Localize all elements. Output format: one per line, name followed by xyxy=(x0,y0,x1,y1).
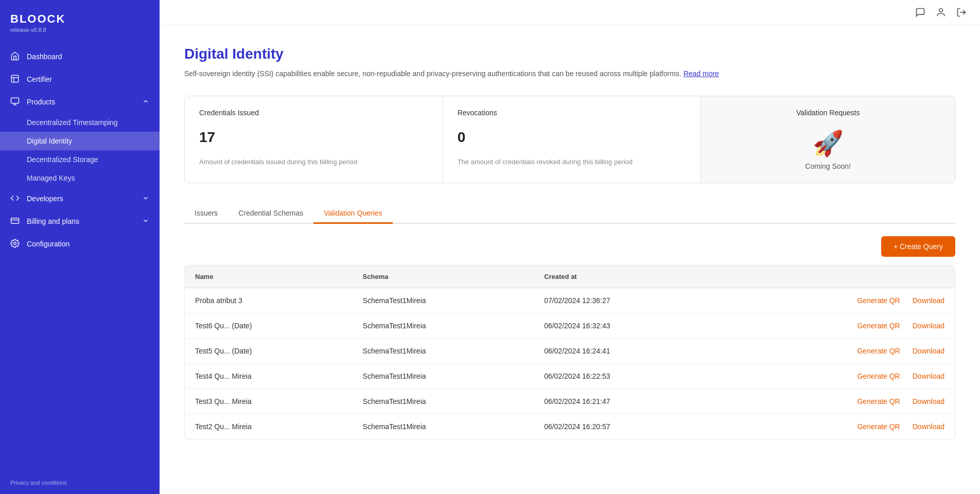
generate-qr-button[interactable]: Generate QR xyxy=(857,397,900,405)
sidebar: BLOOCK release-v0.8.8 Dashboard Certifie… xyxy=(0,0,160,494)
digital-identity-label: Digital Identity xyxy=(27,137,72,145)
sidebar-item-dashboard[interactable]: Dashboard xyxy=(0,45,160,68)
download-button[interactable]: Download xyxy=(913,347,944,355)
row-actions: Generate QR Download xyxy=(722,414,955,439)
products-icon xyxy=(10,97,21,107)
table-row: Test6 Qu... (Date) SchemaTest1Mireia 06/… xyxy=(185,313,955,339)
coming-soon-text: Coming Soon! xyxy=(805,162,851,170)
topbar xyxy=(160,0,980,25)
table-row: Test3 Qu... Mireia SchemaTest1Mireia 06/… xyxy=(185,389,955,414)
generate-qr-button[interactable]: Generate QR xyxy=(857,347,900,355)
tab-credential-schemas[interactable]: Credential Schemas xyxy=(228,204,313,224)
row-name: Test5 Qu... (Date) xyxy=(185,339,353,364)
row-created-at: 07/02/2024 12:36:27 xyxy=(534,288,722,313)
row-schema: SchemaTest1Mireia xyxy=(353,313,534,339)
row-actions: Generate QR Download xyxy=(722,313,955,339)
page-description: Self-sovereign identity (SSI) capabiliti… xyxy=(184,68,955,79)
billing-chevron-icon xyxy=(142,217,149,226)
credentials-issued-label: Credentials Issued xyxy=(199,109,428,117)
sidebar-item-billing[interactable]: Billing and plans xyxy=(0,210,160,233)
col-header-schema: Schema xyxy=(353,266,534,288)
read-more-link[interactable]: Read more xyxy=(684,69,719,78)
validation-requests-label: Validation Requests xyxy=(796,109,860,117)
row-schema: SchemaTest1Mireia xyxy=(353,414,534,439)
sidebar-item-decentralized-timestamping[interactable]: Decentralized Timestamping xyxy=(0,113,160,132)
row-name: Test3 Qu... Mireia xyxy=(185,389,353,414)
row-actions: Generate QR Download xyxy=(722,389,955,414)
download-button[interactable]: Download xyxy=(913,296,944,305)
sidebar-item-digital-identity[interactable]: Digital Identity xyxy=(0,132,160,150)
svg-point-9 xyxy=(939,9,943,12)
sidebar-item-products[interactable]: Products xyxy=(0,91,160,113)
certifier-icon xyxy=(10,74,21,84)
row-schema: SchemaTest1Mireia xyxy=(353,288,534,313)
row-created-at: 06/02/2024 16:24:41 xyxy=(534,339,722,364)
logout-icon[interactable] xyxy=(955,6,968,19)
generate-qr-button[interactable]: Generate QR xyxy=(857,322,900,330)
decentralized-storage-label: Decentralized Storage xyxy=(27,155,98,164)
table-row: Proba atribut 3 SchemaTest1Mireia 07/02/… xyxy=(185,288,955,313)
row-created-at: 06/02/2024 16:21:47 xyxy=(534,389,722,414)
row-schema: SchemaTest1Mireia xyxy=(353,364,534,389)
generate-qr-button[interactable]: Generate QR xyxy=(857,422,900,431)
row-created-at: 06/02/2024 16:20:57 xyxy=(534,414,722,439)
generate-qr-button[interactable]: Generate QR xyxy=(857,372,900,380)
rocket-icon: 🚀 xyxy=(813,129,844,158)
download-button[interactable]: Download xyxy=(913,397,944,405)
row-name: Proba atribut 3 xyxy=(185,288,353,313)
sidebar-item-certifier[interactable]: Certifier xyxy=(0,68,160,91)
create-query-button[interactable]: + Create Query xyxy=(881,236,955,257)
tab-issuers[interactable]: Issuers xyxy=(184,204,228,224)
table-body: Proba atribut 3 SchemaTest1Mireia 07/02/… xyxy=(185,288,955,439)
svg-rect-0 xyxy=(11,75,19,82)
download-button[interactable]: Download xyxy=(913,422,944,431)
developers-chevron-icon xyxy=(142,195,149,203)
stats-row: Credentials Issued 17 Amount of credenti… xyxy=(184,96,955,183)
stat-card-validation-requests: Validation Requests 🚀 Coming Soon! xyxy=(701,96,955,183)
tab-validation-queries[interactable]: Validation Queries xyxy=(313,204,392,224)
generate-qr-button[interactable]: Generate QR xyxy=(857,296,900,305)
logo: BLOOCK xyxy=(10,12,149,26)
col-header-created-at: Created at xyxy=(534,266,722,288)
products-chevron-icon xyxy=(142,98,149,107)
stat-card-credentials-issued: Credentials Issued 17 Amount of credenti… xyxy=(185,96,443,183)
svg-point-8 xyxy=(14,242,16,245)
developers-label: Developers xyxy=(27,195,63,203)
row-schema: SchemaTest1Mireia xyxy=(353,339,534,364)
svg-rect-6 xyxy=(11,218,19,224)
row-schema: SchemaTest1Mireia xyxy=(353,389,534,414)
credentials-issued-desc: Amount of credentials issued during this… xyxy=(199,158,428,166)
decentralized-timestamping-label: Decentralized Timestamping xyxy=(27,118,118,127)
page-description-text: Self-sovereign identity (SSI) capabiliti… xyxy=(184,69,681,78)
download-button[interactable]: Download xyxy=(913,322,944,330)
sidebar-item-decentralized-storage[interactable]: Decentralized Storage xyxy=(0,150,160,169)
row-created-at: 06/02/2024 16:22:53 xyxy=(534,364,722,389)
svg-rect-3 xyxy=(11,98,19,103)
content-area: Digital Identity Self-sovereign identity… xyxy=(160,25,980,494)
user-icon[interactable] xyxy=(935,6,947,19)
chat-icon[interactable] xyxy=(914,6,926,19)
action-bar: + Create Query xyxy=(184,236,955,257)
dashboard-label: Dashboard xyxy=(27,52,62,61)
row-name: Test6 Qu... (Date) xyxy=(185,313,353,339)
table-header: Name Schema Created at xyxy=(185,266,955,288)
revocations-value: 0 xyxy=(458,129,687,146)
sidebar-item-developers[interactable]: Developers xyxy=(0,187,160,210)
footer-privacy[interactable]: Privacy and conditions xyxy=(0,471,160,494)
row-name: Test2 Qu... Mireia xyxy=(185,414,353,439)
page-title: Digital Identity xyxy=(184,46,955,62)
revocations-label: Revocations xyxy=(458,109,687,117)
logo-area: BLOOCK release-v0.8.8 xyxy=(0,0,160,37)
config-icon xyxy=(10,239,21,249)
stat-card-revocations: Revocations 0 The amount of credentials … xyxy=(443,96,702,183)
queries-table-container: Name Schema Created at Proba atribut 3 S… xyxy=(184,265,955,439)
tabs-bar: Issuers Credential Schemas Validation Qu… xyxy=(184,204,955,224)
credentials-issued-value: 17 xyxy=(199,129,428,146)
revocations-desc: The amount of credentials revoked during… xyxy=(458,158,687,166)
sidebar-item-configuration[interactable]: Configuration xyxy=(0,233,160,255)
download-button[interactable]: Download xyxy=(913,372,944,380)
managed-keys-label: Managed Keys xyxy=(27,174,75,182)
row-name: Test4 Qu... Mireia xyxy=(185,364,353,389)
sidebar-item-managed-keys[interactable]: Managed Keys xyxy=(0,169,160,187)
table-row: Test4 Qu... Mireia SchemaTest1Mireia 06/… xyxy=(185,364,955,389)
